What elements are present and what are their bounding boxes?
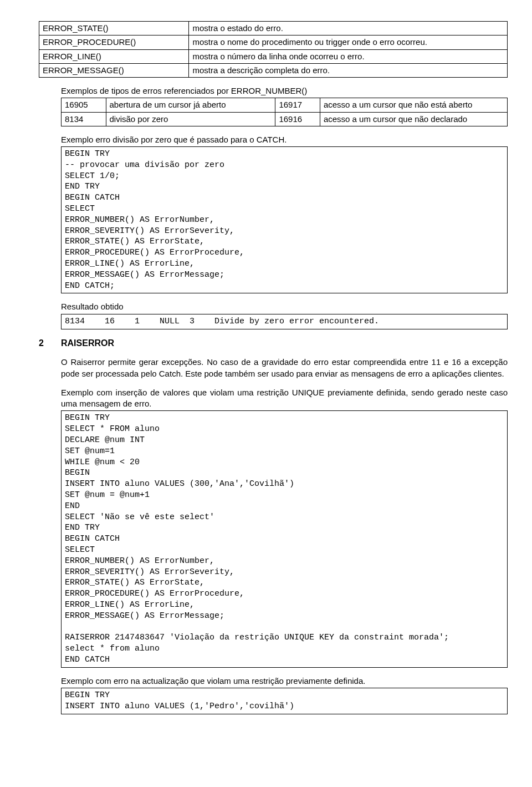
examples-title: Exemplos de tipos de erros referenciados… [61,85,508,97]
paragraph-1: O Raiserror permite gerar excepções. No … [61,357,508,379]
cell: mostra o número da linha onde ocorreu o … [189,49,508,63]
section-number: 2 [39,337,61,349]
example3-title: Exemplo com erro na actualização que vio… [61,676,508,687]
section-title: RAISERROR [61,337,114,349]
cell: ERROR_MESSAGE() [39,63,189,77]
table-row: 8134 divisão por zero 16916 acesso a um … [62,112,508,126]
code-block-1: BEGIN TRY -- provocar uma divisão por ze… [61,146,508,293]
cell: mostra o estado do erro. [189,22,508,35]
result-block: 8134 16 1 NULL 3 Divide by zero error en… [61,314,508,329]
table-row: ERROR_PROCEDURE() mostra o nome do proce… [39,35,508,49]
cell: divisão por zero [106,112,275,126]
cell: 16905 [62,98,106,112]
cell: mostra o nome do procedimento ou trigger… [189,35,508,49]
cell: ERROR_STATE() [39,22,189,35]
cell: acesso a um cursor que não está aberto [320,98,507,112]
table-row: 16905 abertura de um cursor já aberto 16… [62,98,508,112]
cell: mostra a descrição completa do erro. [189,63,508,77]
cell: abertura de um cursor já aberto [106,98,275,112]
example1-title: Exemplo erro divisão por zero que é pass… [61,134,508,145]
table-row: ERROR_MESSAGE() mostra a descrição compl… [39,63,508,77]
paragraph-2: Exemplo com inserção de valores que viol… [61,387,508,410]
cell: ERROR_PROCEDURE() [39,35,189,49]
table-row: ERROR_LINE() mostra o número da linha on… [39,49,508,63]
result-title: Resultado obtido [61,301,508,312]
cell: acesso a um cursor que não declarado [320,112,507,126]
error-functions-table: ERROR_STATE() mostra o estado do erro. E… [39,21,508,78]
table-row: ERROR_STATE() mostra o estado do erro. [39,22,508,35]
cell: 8134 [62,112,106,126]
code-block-2: BEGIN TRY SELECT * FROM aluno DECLARE @n… [61,410,508,667]
section-heading: 2 RAISERROR [39,337,508,349]
code-block-3: BEGIN TRY INSERT INTO aluno VALUES (1,'P… [61,688,508,714]
error-codes-table: 16905 abertura de um cursor já aberto 16… [61,98,508,126]
cell: ERROR_LINE() [39,49,189,63]
cell: 16916 [275,112,320,126]
cell: 16917 [275,98,320,112]
